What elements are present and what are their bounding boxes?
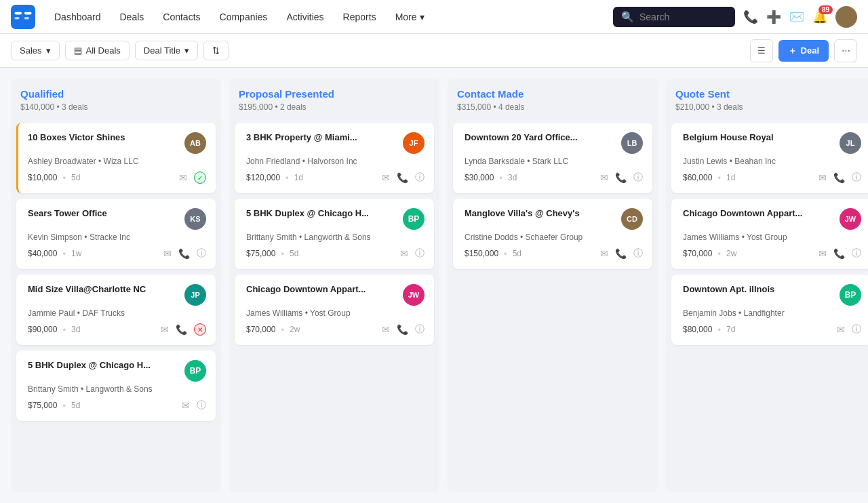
email-action-icon[interactable]: ✉ [600, 248, 608, 259]
nav-more[interactable]: More ▾ [387, 7, 433, 26]
card-person: Cristine Dodds • Schaefer Group [465, 233, 643, 242]
phone-action-icon[interactable]: 📞 [397, 172, 408, 183]
card-footer: $80,000 • 7d ✉ ⓘ [683, 323, 861, 336]
card-time: 5d [71, 173, 80, 182]
card-footer: $75,000 • 5d ✉ ⓘ [246, 247, 425, 260]
deal-card[interactable]: Chicago Downtown Appart... JW James Will… [235, 275, 434, 345]
nav-contacts[interactable]: Contacts [155, 7, 208, 26]
avatar: BP [840, 284, 861, 306]
chevron-down-icon: ▾ [46, 45, 51, 56]
card-person: Lynda Barksdale • Stark LLC [465, 157, 643, 166]
card-header: Belgium House Royal JL [683, 132, 861, 154]
user-avatar[interactable] [835, 6, 857, 28]
email-action-icon[interactable]: ✉ [818, 172, 827, 183]
card-time: 5d [290, 249, 298, 258]
sales-filter[interactable]: Sales ▾ [11, 41, 60, 60]
nav-deals[interactable]: Deals [112, 7, 153, 26]
email-action-icon[interactable]: ✉ [182, 400, 190, 411]
card-actions: ✉ 📞 ✕ [161, 323, 206, 336]
email-action-icon[interactable]: ✉ [161, 324, 169, 335]
search-input[interactable] [639, 12, 721, 22]
card-amount: $60,000 [683, 173, 712, 182]
email-action-icon[interactable]: ✉ [382, 324, 390, 335]
info-action-icon[interactable]: ⓘ [852, 323, 861, 336]
deal-card[interactable]: Downtown 20 Yard Office... LB Lynda Bark… [453, 123, 652, 193]
card-person: John Friedland • Halvorson Inc [246, 157, 425, 166]
column-header: Quote Sent $210,000 • 3 deals [666, 79, 868, 117]
column-quote: Quote Sent $210,000 • 3 deals Belgium Ho… [666, 79, 868, 492]
phone-icon[interactable]: 📞 [743, 9, 758, 24]
info-action-icon[interactable]: ⓘ [415, 172, 425, 184]
nav-dashboard[interactable]: Dashboard [46, 7, 109, 26]
info-action-icon[interactable]: ⓘ [415, 247, 425, 260]
email-action-icon[interactable]: ✉ [163, 248, 172, 259]
deal-card[interactable]: 5 BHK Duplex @ Chicago H... BP Brittany … [235, 199, 434, 269]
phone-action-icon[interactable]: 📞 [615, 248, 627, 259]
svg-rect-3 [24, 12, 32, 14]
notifications-icon[interactable]: 🔔 89 [812, 9, 827, 24]
email-action-icon[interactable]: ✉ [837, 324, 845, 335]
navbar: Dashboard Deals Contacts Companies Activ… [0, 0, 868, 34]
nav-reports[interactable]: Reports [335, 7, 384, 26]
add-deal-button[interactable]: ＋ Deal [778, 40, 829, 62]
avatar: KS [184, 208, 206, 230]
card-header: 5 BHK Duplex @ Chicago H... BP [246, 208, 425, 230]
email-action-icon[interactable]: ✉ [382, 172, 390, 183]
info-action-icon[interactable]: ⓘ [415, 323, 425, 336]
info-action-icon[interactable]: ⓘ [633, 247, 643, 260]
deal-card[interactable]: Downtown Apt. illnois BP Benjamin Jobs •… [671, 275, 868, 345]
list-view-button[interactable]: ☰ [750, 39, 773, 62]
deal-card[interactable]: 10 Boxes Victor Shines AB Ashley Broadwa… [16, 123, 216, 193]
deal-card[interactable]: Belgium House Royal JL Justin Lewis • Be… [671, 123, 868, 193]
email-action-icon[interactable]: ✉ [179, 172, 187, 183]
search-bar[interactable]: 🔍 [613, 7, 735, 27]
phone-action-icon[interactable]: 📞 [176, 324, 187, 335]
nav-activities[interactable]: Activities [278, 7, 332, 26]
card-header: 5 BHK Duplex @ Chicago H... BP [28, 360, 206, 382]
deal-card[interactable]: Sears Tower Office KS Kevin Simpson • St… [16, 199, 216, 269]
info-action-icon[interactable]: ⓘ [633, 172, 643, 184]
card-footer: $70,000 • 2w ✉ 📞 ⓘ [246, 323, 425, 336]
phone-action-icon[interactable]: 📞 [833, 248, 845, 259]
deal-card[interactable]: 3 BHK Property @ Miami... JF John Friedl… [235, 123, 434, 193]
deal-card[interactable]: Mid Size Villa@Charlotte NC JP Jammie Pa… [16, 275, 216, 345]
deal-card[interactable]: 5 BHK Duplex @ Chicago H... BP Brittany … [16, 350, 216, 421]
column-cards: Belgium House Royal JL Justin Lewis • Be… [666, 117, 868, 350]
sort-order-button[interactable]: ⇅ [203, 41, 229, 60]
info-action-icon[interactable]: ⓘ [197, 399, 206, 411]
card-title: Downtown 20 Yard Office... [465, 132, 616, 142]
toolbar: Sales ▾ ▤ All Deals Deal Title ▾ ⇅ ☰ ＋ D… [0, 34, 868, 68]
email-icon[interactable]: ✉️ [789, 9, 804, 24]
info-action-icon[interactable]: ⓘ [197, 247, 206, 260]
info-action-icon[interactable]: ⓘ [852, 247, 861, 260]
filter-icon: ▤ [74, 45, 82, 56]
column-qualified: Qualified $140,000 • 3 deals 10 Boxes Vi… [11, 79, 221, 492]
card-header: Chicago Downtown Appart... JW [683, 208, 861, 230]
info-action-icon[interactable]: ⓘ [852, 172, 861, 184]
card-actions: ✉ 📞 ⓘ [382, 172, 425, 184]
phone-action-icon[interactable]: 📞 [397, 324, 408, 335]
phone-action-icon[interactable]: 📞 [615, 172, 627, 183]
card-time: 2w [290, 325, 300, 334]
email-action-icon[interactable]: ✉ [400, 248, 408, 259]
avatar: JP [184, 284, 206, 306]
phone-action-icon[interactable]: 📞 [833, 172, 845, 183]
deal-card[interactable]: Manglove Villa's @ Chevy's CD Cristine D… [453, 199, 652, 269]
card-footer: $60,000 • 1d ✉ 📞 ⓘ [683, 172, 861, 184]
column-cards: Downtown 20 Yard Office... LB Lynda Bark… [448, 117, 658, 275]
card-actions: ✉ 📞 ⓘ [818, 172, 861, 184]
email-action-icon[interactable]: ✉ [600, 172, 608, 183]
add-icon[interactable]: ➕ [766, 9, 781, 24]
card-title: 5 BHK Duplex @ Chicago H... [28, 360, 179, 370]
nav-actions: 📞 ➕ ✉️ 🔔 89 [743, 6, 857, 28]
phone-action-icon[interactable]: 📞 [178, 248, 190, 259]
deal-card[interactable]: Chicago Downtown Appart... JW James Will… [671, 199, 868, 269]
column-proposal: Proposal Presented $195,000 • 2 deals 3 … [229, 79, 439, 492]
email-action-icon[interactable]: ✉ [818, 248, 827, 259]
filter-button[interactable]: ▤ All Deals [65, 41, 130, 60]
nav-companies[interactable]: Companies [212, 7, 276, 26]
sort-button[interactable]: Deal Title ▾ [135, 41, 198, 60]
logo[interactable] [11, 5, 35, 29]
card-amount: $30,000 [465, 173, 494, 182]
more-options-button[interactable]: ⋯ [834, 39, 857, 62]
